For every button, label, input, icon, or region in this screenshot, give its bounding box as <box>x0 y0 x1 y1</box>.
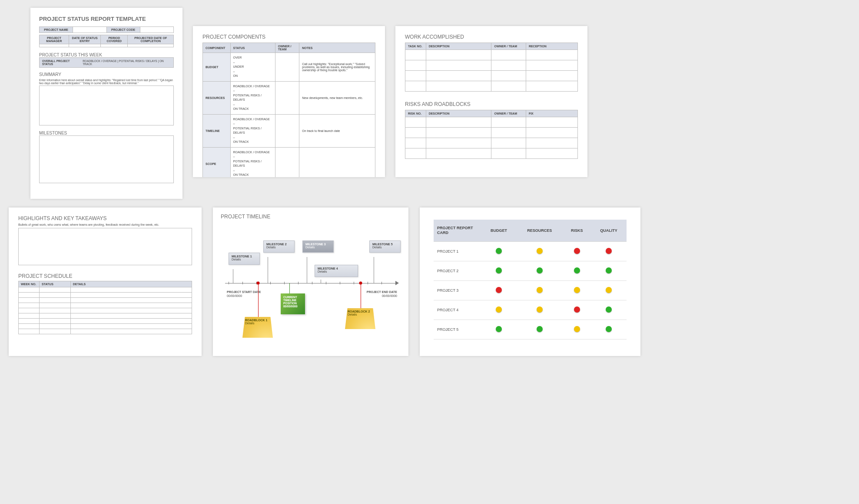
report-card-table: PROJECT REPORT CARD BUDGET RESOURCES RIS… <box>434 220 627 339</box>
status-green-icon <box>606 267 612 273</box>
status-cell <box>516 320 563 339</box>
table-row: PROJECT 2 <box>434 261 627 280</box>
status-yellow-icon <box>537 287 543 293</box>
status-cell <box>563 261 591 280</box>
page-highlights-schedule: HIGHLIGHTS AND KEY TAKEAWAYS Bullets of … <box>9 208 202 356</box>
status: ROADBLOCK / OVERAGE – POTENTIAL RISKS / … <box>230 147 275 177</box>
milestone-sub: Details <box>372 246 381 249</box>
status-green-icon <box>606 326 612 332</box>
status-cell <box>591 261 627 280</box>
status-cell <box>563 280 591 300</box>
th: PROJECTED DATE OF COMPLETION <box>128 35 174 44</box>
date: 00/00/0000 <box>283 305 298 308</box>
cell[interactable] <box>275 53 299 82</box>
page-work-risks: WORK ACCOMPLISHED TASK NO. DESCRIPTION O… <box>395 26 587 177</box>
cell[interactable] <box>73 27 106 33</box>
status-green-icon <box>496 267 502 273</box>
milestones-box[interactable] <box>39 135 174 183</box>
risks-roadblocks-table: RISK NO. DESCRIPTION OWNER / TEAM FIX <box>405 110 578 159</box>
note: New developments, new team members, etc. <box>299 81 375 114</box>
table-row: BUDGET OVER – UNDER – ON Call out highli… <box>203 53 375 82</box>
table-row: PROJECT 5 <box>434 320 627 339</box>
tick-icon <box>298 282 298 284</box>
status-yellow-icon <box>537 306 543 313</box>
connector-icon <box>374 257 374 283</box>
project-name: PROJECT 3 <box>434 280 481 300</box>
th: PERIOD COVERED <box>101 35 128 44</box>
table-row: TIMELINE ROADBLOCK / OVERAGE – POTENTIAL… <box>203 114 375 147</box>
summary-box[interactable] <box>39 86 174 125</box>
milestone-title: MILESTONE 4 <box>318 267 355 270</box>
status-red-icon <box>606 248 612 254</box>
components-table: COMPONENT STATUS OWNER / TEAM NOTES BUDG… <box>202 43 375 177</box>
cell[interactable] <box>128 44 174 47</box>
milestone-title: MILESTONE 5 <box>372 243 398 246</box>
connector-icon <box>321 280 321 283</box>
status: ROADBLOCK / OVERAGE – POTENTIAL RISKS / … <box>230 81 275 114</box>
status-red-icon <box>496 287 502 293</box>
cell[interactable] <box>275 81 299 114</box>
milestone-title: MILESTONE 3 <box>305 243 331 246</box>
page-report-card: PROJECT REPORT CARD BUDGET RESOURCES RIS… <box>420 208 640 356</box>
status-cell <box>591 241 627 261</box>
status-cell <box>516 261 563 280</box>
table-row: PROJECT 3 <box>434 280 627 300</box>
cell[interactable] <box>69 44 100 47</box>
status-green-icon <box>606 306 612 313</box>
end-date-label: PROJECT END DATE 00/00/0000 <box>367 290 397 298</box>
project-id-table: PROJECT NAME PROJECT CODE <box>39 26 174 33</box>
roadblock-sub: Details <box>348 313 357 316</box>
roadblock-box: ROADBLOCK 1 Details <box>242 317 273 338</box>
timeline-axis <box>225 283 396 283</box>
status-cell <box>563 241 591 261</box>
table-row <box>405 81 578 92</box>
table-row: PROJECT 1 <box>434 241 627 261</box>
th: STATUS <box>39 281 70 287</box>
page-project-components: PROJECT COMPONENTS COMPONENT STATUS OWNE… <box>193 26 385 177</box>
note: On track to final launch date <box>299 114 375 147</box>
cell[interactable] <box>101 44 128 47</box>
status-cell <box>591 280 627 300</box>
tick-icon <box>229 282 229 284</box>
th-project-name: PROJECT NAME <box>40 27 73 33</box>
highlights-box[interactable] <box>18 228 192 265</box>
tick-icon <box>354 282 354 284</box>
section-title: WORK ACCOMPLISHED <box>405 34 578 40</box>
th: DESCRIPTION <box>426 110 491 117</box>
connector-icon <box>289 283 290 294</box>
section-title: HIGHLIGHTS AND KEY TAKEAWAYS <box>18 215 192 221</box>
table-row <box>19 308 192 313</box>
milestone-box: MILESTONE 4 Details <box>315 265 358 277</box>
status-yellow-icon <box>496 306 502 313</box>
row-label: TIMELINE <box>203 114 231 147</box>
tick-icon <box>340 282 340 284</box>
cell[interactable] <box>275 114 299 147</box>
status-green-icon <box>496 326 502 332</box>
project-name: PROJECT 5 <box>434 320 481 339</box>
status-cell <box>563 300 591 320</box>
start-date-label: PROJECT START DATE 00/00/0000 <box>227 290 261 298</box>
status-cell <box>481 280 516 300</box>
page-title: PROJECT COMPONENTS <box>202 34 375 40</box>
cell[interactable] <box>140 27 173 33</box>
project-meta-table: PROJECT MANAGER DATE OF STATUS ENTRY PER… <box>39 35 174 47</box>
status-red-icon <box>574 306 580 313</box>
status-cell <box>481 241 516 261</box>
milestone-box: MILESTONE 2 Details <box>263 240 295 253</box>
status-cell <box>563 320 591 339</box>
cell[interactable] <box>40 44 69 47</box>
connector-icon <box>258 283 259 318</box>
connector-icon <box>268 257 268 283</box>
cell[interactable] <box>275 147 299 177</box>
th-project-code: PROJECT CODE <box>106 27 140 33</box>
table-row: PROJECT 4 <box>434 300 627 320</box>
status: ROADBLOCK / OVERAGE – POTENTIAL RISKS / … <box>230 114 275 147</box>
th: NOTES <box>299 43 375 53</box>
tick-icon <box>270 282 271 284</box>
project-name: PROJECT 2 <box>434 261 481 280</box>
th: STATUS <box>230 43 275 53</box>
page-project-timeline: PROJECT TIMELINE MILESTONE 1 Details MIL… <box>213 208 408 356</box>
th: RECEPTION <box>526 43 577 50</box>
milestone-sub: Details <box>305 246 315 249</box>
roadblock-box: ROADBLOCK 2 Details <box>345 308 375 329</box>
